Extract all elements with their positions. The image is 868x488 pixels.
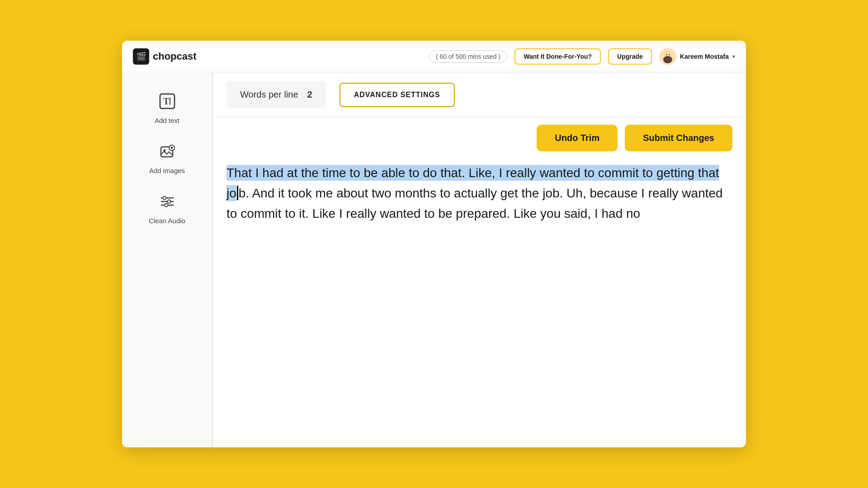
sidebar-item-clean-audio[interactable]: Clean Audio (136, 186, 199, 232)
advanced-settings-button[interactable]: ADVANCED SETTINGS (340, 83, 455, 107)
text-content-area: That I had at the time to be able to do … (213, 159, 746, 447)
submit-changes-button[interactable]: Submit Changes (625, 125, 732, 151)
sidebar: T Add text (122, 72, 212, 447)
sidebar-clean-audio-label: Clean Audio (149, 217, 185, 225)
sidebar-add-images-label: Add images (149, 167, 185, 174)
text-block: That I had at the time to be able to do … (226, 163, 732, 224)
svg-point-18 (163, 197, 166, 200)
sidebar-item-add-text[interactable]: T Add text (136, 86, 199, 131)
svg-point-4 (669, 54, 670, 55)
svg-point-20 (165, 204, 168, 207)
svg-point-19 (167, 200, 170, 203)
upgrade-button[interactable]: Upgrade (608, 48, 652, 65)
text-normal: b. And it took me about two months to ac… (226, 186, 723, 221)
header: 🎬 chopcast ( 60 of 500 mins used ) Want … (122, 41, 746, 72)
svg-point-5 (663, 56, 672, 63)
clean-audio-icon (159, 193, 175, 213)
mins-used-label: ( 60 of 500 mins used ) (429, 50, 507, 63)
svg-text:T: T (163, 96, 170, 106)
body-layout: T Add text (122, 72, 746, 447)
add-text-icon: T (159, 93, 175, 113)
sidebar-add-text-label: Add text (155, 117, 179, 124)
logo-icon: 🎬 (133, 48, 149, 65)
words-per-line-label: Words per line (240, 89, 298, 100)
words-per-line-value: 2 (307, 89, 312, 100)
user-name: Kareem Mostafa (680, 53, 729, 60)
main-content: Words per line 2 ADVANCED SETTINGS Undo … (213, 72, 746, 447)
words-per-line-section: Words per line 2 (226, 81, 326, 108)
text-cursor (237, 186, 238, 200)
chevron-down-icon: ▾ (732, 53, 735, 60)
logo-text: chopcast (153, 51, 197, 62)
words-per-line-bar: Words per line 2 ADVANCED SETTINGS (213, 72, 746, 117)
actions-row: Undo Trim Submit Changes (213, 117, 746, 159)
add-images-icon (159, 143, 175, 163)
avatar (659, 48, 676, 65)
undo-trim-button[interactable]: Undo Trim (537, 125, 618, 151)
logo-area: 🎬 chopcast (133, 48, 197, 65)
user-area[interactable]: Kareem Mostafa ▾ (659, 48, 735, 65)
done-for-you-button[interactable]: Want It Done-For-You? (514, 48, 601, 65)
sidebar-item-add-images[interactable]: Add images (136, 136, 199, 182)
svg-point-3 (666, 54, 667, 55)
app-window: 🎬 chopcast ( 60 of 500 mins used ) Want … (122, 41, 746, 447)
